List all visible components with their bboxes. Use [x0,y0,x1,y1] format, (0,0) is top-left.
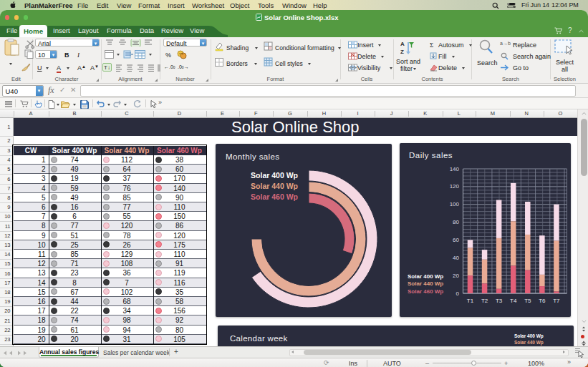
svg-text:A: A [400,41,405,47]
svg-text:Z: Z [400,49,404,55]
